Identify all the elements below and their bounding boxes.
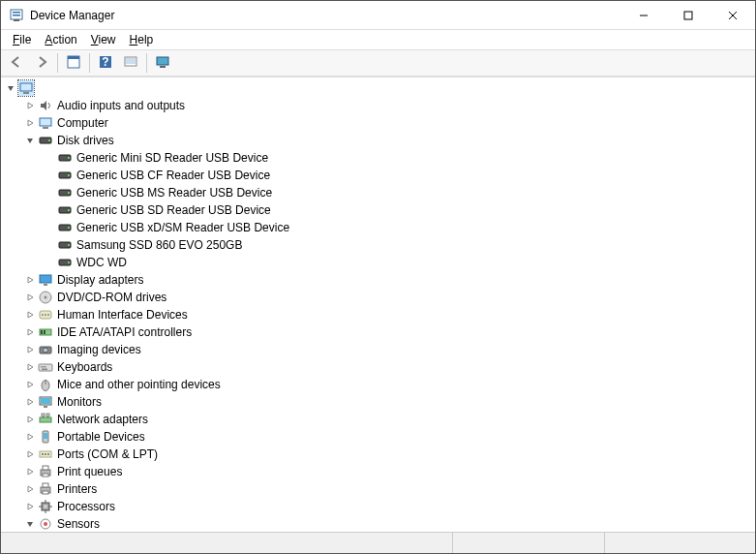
- tree-category[interactable]: Sensors: [3, 515, 755, 532]
- tree-category[interactable]: Print queues: [3, 463, 755, 480]
- tree-device[interactable]: Generic USB CF Reader USB Device: [3, 167, 755, 184]
- tree-category[interactable]: Printers: [3, 480, 755, 498]
- expand-icon[interactable]: [24, 326, 36, 338]
- tree-device[interactable]: Samsung SSD 860 EVO 250GB: [3, 236, 755, 254]
- menubar: File Action View Help: [1, 30, 755, 49]
- svg-point-42: [45, 314, 46, 316]
- help-icon: ?: [98, 54, 113, 73]
- tree-category[interactable]: Disk drives: [3, 132, 755, 149]
- tree-category[interactable]: Processors: [3, 498, 755, 515]
- menu-action[interactable]: Action: [39, 31, 82, 48]
- menu-view[interactable]: View: [85, 31, 122, 48]
- tree-category-label: Processors: [57, 500, 115, 513]
- close-button[interactable]: [711, 1, 755, 29]
- expand-icon[interactable]: [24, 274, 36, 286]
- toolbar-back-button[interactable]: [5, 52, 28, 74]
- port-icon: [38, 446, 53, 462]
- svg-rect-1: [13, 12, 20, 14]
- status-cell-left: [1, 533, 453, 553]
- svg-rect-3: [14, 19, 19, 21]
- tree-category[interactable]: Network adapters: [3, 411, 755, 428]
- tree-category[interactable]: Keyboards: [3, 358, 755, 376]
- expand-icon[interactable]: [24, 414, 36, 425]
- tree-category[interactable]: Ports (COM & LPT): [3, 446, 755, 463]
- toolbar-separator: [146, 53, 147, 73]
- tree-category[interactable]: IDE ATA/ATAPI controllers: [3, 323, 755, 341]
- disk-icon: [57, 168, 73, 183]
- expand-icon[interactable]: [24, 309, 36, 321]
- tree-category[interactable]: Computer: [3, 114, 755, 132]
- tree-root[interactable]: [3, 79, 755, 97]
- svg-rect-37: [44, 284, 47, 286]
- toolbar-properties-button[interactable]: [62, 52, 85, 74]
- expand-icon[interactable]: [24, 100, 36, 111]
- svg-rect-71: [43, 466, 48, 470]
- tree-device-label: WDC WD: [76, 256, 127, 269]
- expand-icon[interactable]: [24, 431, 36, 443]
- tree-category[interactable]: Mice and other pointing devices: [3, 376, 755, 393]
- tree-category[interactable]: Audio inputs and outputs: [3, 97, 755, 114]
- tree-device-label: Generic USB MS Reader USB Device: [76, 186, 272, 200]
- imaging-icon: [38, 342, 53, 357]
- expand-icon[interactable]: [24, 379, 36, 390]
- display-icon: [38, 272, 53, 288]
- svg-rect-53: [42, 369, 47, 371]
- tree-device[interactable]: Generic USB SD Reader USB Device: [3, 201, 755, 219]
- tree-category[interactable]: Portable Devices: [3, 428, 755, 446]
- expand-icon[interactable]: [24, 344, 36, 355]
- tree-device-label: Generic USB xD/SM Reader USB Device: [76, 221, 289, 234]
- svg-rect-75: [43, 491, 48, 494]
- toolbar-scan-button[interactable]: [119, 52, 142, 74]
- tree-category[interactable]: DVD/CD-ROM drives: [3, 289, 755, 306]
- disk-icon: [57, 220, 73, 235]
- menu-view-label: iew: [99, 33, 116, 46]
- collapse-icon[interactable]: [24, 135, 36, 146]
- content-area: Audio inputs and outputsComputerDisk dri…: [1, 77, 755, 532]
- toolbar-help-button[interactable]: ?: [94, 52, 117, 74]
- expand-icon[interactable]: [24, 396, 36, 408]
- tree-category[interactable]: Human Interface Devices: [3, 306, 755, 323]
- tree-category[interactable]: Display adapters: [3, 271, 755, 289]
- computer-icon: [38, 115, 53, 131]
- tree-category-label: Print queues: [57, 465, 122, 478]
- toolbar-monitor-button[interactable]: [151, 52, 174, 74]
- expand-icon[interactable]: [24, 292, 36, 303]
- svg-point-21: [48, 139, 50, 141]
- toolbar: ?: [1, 49, 755, 77]
- tree-category-label: Portable Devices: [57, 430, 145, 444]
- device-tree[interactable]: Audio inputs and outputsComputerDisk dri…: [1, 77, 755, 532]
- collapse-icon[interactable]: [5, 82, 16, 94]
- menu-file-label: ile: [19, 33, 31, 46]
- expand-icon[interactable]: [24, 361, 36, 373]
- tree-device[interactable]: Generic USB xD/SM Reader USB Device: [3, 219, 755, 236]
- tree-category[interactable]: Monitors: [3, 393, 755, 411]
- tree-category[interactable]: Imaging devices: [3, 341, 755, 358]
- tree-device[interactable]: Generic USB MS Reader USB Device: [3, 184, 755, 201]
- tree-category-label: Imaging devices: [57, 343, 141, 356]
- svg-point-33: [68, 244, 70, 246]
- maximize-button[interactable]: [666, 1, 711, 29]
- menu-help-label: elp: [137, 33, 153, 46]
- disk-icon: [57, 150, 73, 166]
- menu-file[interactable]: File: [7, 31, 37, 48]
- tree-device[interactable]: Generic Mini SD Reader USB Device: [3, 149, 755, 167]
- window-title: Device Manager: [30, 9, 621, 22]
- expand-icon[interactable]: [24, 117, 36, 129]
- expand-icon[interactable]: [24, 501, 36, 512]
- svg-point-69: [47, 453, 49, 455]
- expand-icon[interactable]: [24, 483, 36, 495]
- svg-rect-45: [41, 330, 43, 334]
- expand-icon[interactable]: [24, 448, 36, 460]
- collapse-icon[interactable]: [24, 518, 36, 530]
- svg-rect-77: [44, 505, 47, 508]
- audio-icon: [38, 98, 53, 113]
- expand-icon[interactable]: [24, 466, 36, 477]
- svg-rect-14: [157, 57, 168, 65]
- tree-device[interactable]: WDC WD: [3, 254, 755, 271]
- toolbar-forward-button[interactable]: [30, 52, 53, 74]
- svg-rect-46: [44, 330, 45, 334]
- tree-category-label: DVD/CD-ROM drives: [57, 291, 166, 304]
- svg-point-41: [42, 314, 44, 316]
- menu-help[interactable]: Help: [124, 31, 160, 48]
- minimize-button[interactable]: [621, 1, 666, 29]
